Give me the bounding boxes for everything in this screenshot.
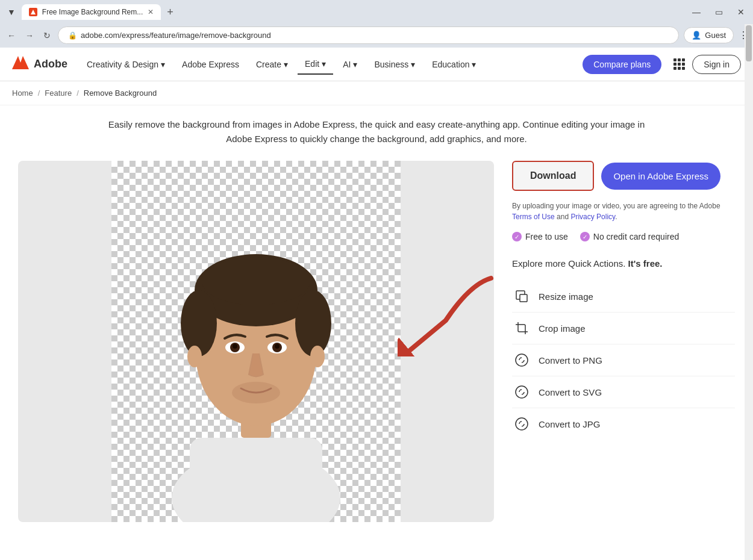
quick-actions-text-start: Explore more Quick Actions. (512, 258, 625, 269)
breadcrumb: Home / Feature / Remove Background (0, 81, 753, 105)
feature-free: ✓ Free to use (512, 232, 568, 241)
refresh-button[interactable]: ↻ (41, 28, 53, 43)
scrollbar[interactable] (745, 24, 753, 560)
adobe-header: Adobe Creativity & Design ▾ Adobe Expres… (0, 48, 753, 81)
svg-label: Convert to SVG (539, 387, 602, 397)
scrollbar-thumb[interactable] (746, 25, 752, 61)
action-convert-png[interactable]: Convert to PNG (512, 344, 735, 376)
terms-prefix: By uploading your image or video, you ar… (512, 202, 720, 210)
main-content: Easily remove the background from images… (0, 105, 753, 522)
action-resize[interactable]: Resize image (512, 281, 735, 313)
privacy-policy-link[interactable]: Privacy Policy (570, 213, 615, 221)
svg-point-8 (181, 290, 217, 356)
guest-button[interactable]: 👤 Guest (684, 27, 734, 43)
svg-marker-0 (31, 10, 36, 14)
svg-point-16 (275, 344, 280, 349)
quick-actions-title: Explore more Quick Actions. It's free. (512, 258, 735, 269)
resize-icon (512, 287, 531, 306)
person-image (111, 161, 401, 522)
breadcrumb-current: Remove Background (84, 89, 157, 98)
header-right: Compare plans Sign in (578, 55, 741, 74)
nav-item-business[interactable]: Business ▾ (367, 55, 422, 74)
svg-rect-4 (190, 438, 322, 522)
crop-icon (512, 319, 531, 338)
lock-icon: 🔒 (68, 31, 77, 40)
nav-item-create[interactable]: Create ▾ (249, 55, 295, 74)
main-nav: Creativity & Design ▾ Adobe Express Crea… (80, 54, 578, 75)
svg-icon (512, 382, 531, 402)
red-arrow-indicator (398, 272, 494, 356)
svg-rect-22 (520, 294, 527, 302)
svg-point-17 (232, 382, 280, 403)
chevron-down-icon: ▾ (411, 60, 415, 69)
terms-of-use-link[interactable]: Terms of Use (512, 213, 555, 221)
svg-point-15 (233, 344, 237, 349)
compare-plans-button[interactable]: Compare plans (583, 55, 661, 74)
maximize-button[interactable]: ▭ (711, 6, 726, 18)
tab-title: Free Image Background Rem... (42, 8, 143, 16)
svg-point-9 (295, 290, 331, 356)
image-panel (18, 161, 494, 522)
download-button[interactable]: Download (512, 161, 594, 191)
terms-text: By uploading your image or video, you ar… (512, 201, 735, 222)
nav-item-express[interactable]: Adobe Express (175, 55, 246, 74)
terms-period: . (615, 213, 617, 221)
png-icon (512, 350, 531, 370)
url-text: adobe.com/express/feature/image/remove-b… (81, 31, 271, 40)
adobe-logo-text: Adobe (34, 58, 67, 70)
chevron-down-icon: ▾ (161, 60, 165, 69)
breadcrumb-home[interactable]: Home (12, 89, 33, 98)
sign-in-button[interactable]: Sign in (692, 55, 741, 74)
no-credit-card-label: No credit card required (593, 232, 679, 241)
nav-item-ai[interactable]: AI ▾ (336, 55, 364, 74)
chevron-down-icon: ▾ (284, 60, 288, 69)
close-button[interactable]: ✕ (734, 6, 748, 18)
nav-item-education[interactable]: Education ▾ (425, 55, 483, 74)
jpg-icon (512, 414, 531, 434)
check-circle-icon-2: ✓ (580, 232, 590, 241)
quick-actions-text-bold: It's free. (628, 258, 663, 269)
active-tab[interactable]: Free Image Background Rem... ✕ (22, 4, 161, 20)
action-crop[interactable]: Crop image (512, 313, 735, 344)
adobe-logo[interactable]: Adobe (12, 56, 67, 73)
apps-grid-icon[interactable] (673, 58, 685, 70)
content-area: Download Open in Adobe Express By upload… (12, 161, 741, 522)
minimize-button[interactable]: ― (689, 6, 704, 18)
back-button[interactable]: ← (5, 28, 18, 43)
features-list: ✓ Free to use ✓ No credit card required (512, 232, 735, 241)
tab-favicon (29, 8, 37, 16)
breadcrumb-sep2: / (77, 89, 79, 98)
svg-point-19 (310, 346, 325, 367)
nav-item-creativity[interactable]: Creativity & Design ▾ (80, 55, 172, 74)
tab-dropdown-button[interactable]: ▼ (5, 5, 18, 19)
quick-actions-list: Resize image Crop image (512, 281, 735, 440)
guest-icon: 👤 (692, 31, 701, 40)
check-circle-icon: ✓ (512, 232, 522, 241)
free-to-use-label: Free to use (525, 232, 568, 241)
action-buttons: Download Open in Adobe Express (512, 161, 735, 191)
adobe-logo-icon (12, 56, 29, 73)
action-convert-svg[interactable]: Convert to SVG (512, 376, 735, 408)
address-bar[interactable]: 🔒 adobe.com/express/feature/image/remove… (58, 26, 679, 44)
nav-item-edit[interactable]: Edit ▾ (298, 54, 333, 75)
breadcrumb-feature[interactable]: Feature (45, 89, 72, 98)
person-svg (142, 161, 370, 522)
guest-label: Guest (705, 31, 726, 40)
right-panel: Download Open in Adobe Express By upload… (512, 161, 735, 522)
new-tab-button[interactable]: + (163, 5, 177, 20)
chevron-down-icon: ▾ (353, 60, 357, 69)
terms-and: and (557, 213, 569, 221)
svg-point-10 (202, 257, 310, 305)
crop-label: Crop image (539, 323, 586, 334)
jpg-label: Convert to JPG (539, 419, 601, 429)
feature-no-card: ✓ No credit card required (580, 232, 679, 241)
png-label: Convert to PNG (539, 355, 602, 366)
action-convert-jpg[interactable]: Convert to JPG (512, 408, 735, 440)
hero-description: Easily remove the background from images… (105, 117, 648, 146)
tab-close-button[interactable]: ✕ (148, 8, 154, 16)
breadcrumb-sep1: / (38, 89, 40, 98)
chevron-down-icon: ▾ (472, 60, 476, 69)
open-in-express-button[interactable]: Open in Adobe Express (601, 163, 720, 190)
svg-point-18 (187, 346, 202, 367)
forward-button[interactable]: → (23, 28, 36, 43)
